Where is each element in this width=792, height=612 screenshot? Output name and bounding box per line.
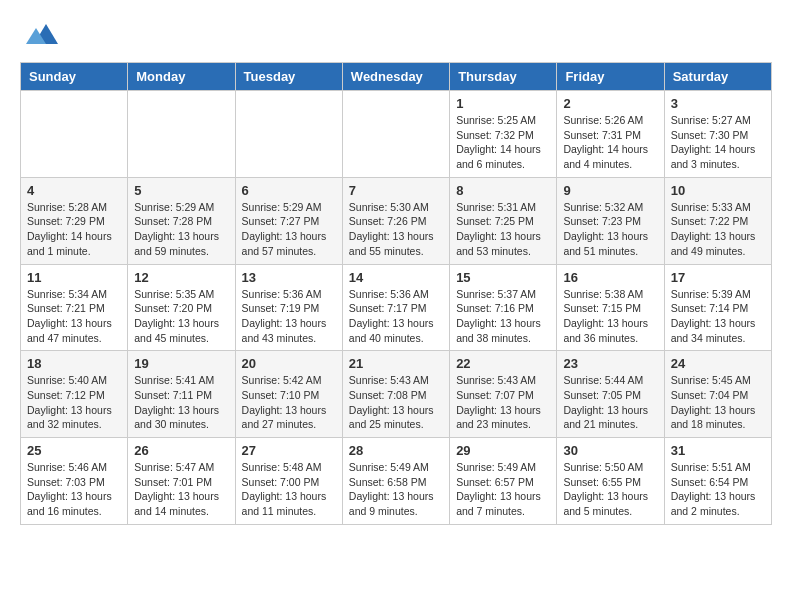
day-number: 1 [456, 96, 550, 111]
day-info: Sunrise: 5:35 AM Sunset: 7:20 PM Dayligh… [134, 287, 228, 346]
day-number: 5 [134, 183, 228, 198]
day-info: Sunrise: 5:43 AM Sunset: 7:08 PM Dayligh… [349, 373, 443, 432]
weekday-header-monday: Monday [128, 63, 235, 91]
calendar-cell: 28Sunrise: 5:49 AM Sunset: 6:58 PM Dayli… [342, 438, 449, 525]
day-number: 24 [671, 356, 765, 371]
weekday-header-wednesday: Wednesday [342, 63, 449, 91]
day-info: Sunrise: 5:28 AM Sunset: 7:29 PM Dayligh… [27, 200, 121, 259]
day-number: 21 [349, 356, 443, 371]
calendar-cell: 4Sunrise: 5:28 AM Sunset: 7:29 PM Daylig… [21, 177, 128, 264]
calendar-week-5: 25Sunrise: 5:46 AM Sunset: 7:03 PM Dayli… [21, 438, 772, 525]
calendar-cell: 20Sunrise: 5:42 AM Sunset: 7:10 PM Dayli… [235, 351, 342, 438]
calendar-week-4: 18Sunrise: 5:40 AM Sunset: 7:12 PM Dayli… [21, 351, 772, 438]
logo [20, 20, 58, 52]
day-number: 10 [671, 183, 765, 198]
calendar-cell: 18Sunrise: 5:40 AM Sunset: 7:12 PM Dayli… [21, 351, 128, 438]
day-number: 28 [349, 443, 443, 458]
day-info: Sunrise: 5:41 AM Sunset: 7:11 PM Dayligh… [134, 373, 228, 432]
calendar-cell: 22Sunrise: 5:43 AM Sunset: 7:07 PM Dayli… [450, 351, 557, 438]
calendar-cell: 15Sunrise: 5:37 AM Sunset: 7:16 PM Dayli… [450, 264, 557, 351]
calendar-cell: 19Sunrise: 5:41 AM Sunset: 7:11 PM Dayli… [128, 351, 235, 438]
day-number: 7 [349, 183, 443, 198]
day-number: 26 [134, 443, 228, 458]
calendar-cell: 26Sunrise: 5:47 AM Sunset: 7:01 PM Dayli… [128, 438, 235, 525]
calendar-cell: 6Sunrise: 5:29 AM Sunset: 7:27 PM Daylig… [235, 177, 342, 264]
day-number: 27 [242, 443, 336, 458]
day-info: Sunrise: 5:36 AM Sunset: 7:19 PM Dayligh… [242, 287, 336, 346]
page-header [20, 20, 772, 52]
logo-icon [26, 20, 58, 52]
day-number: 30 [563, 443, 657, 458]
day-info: Sunrise: 5:34 AM Sunset: 7:21 PM Dayligh… [27, 287, 121, 346]
day-info: Sunrise: 5:25 AM Sunset: 7:32 PM Dayligh… [456, 113, 550, 172]
day-info: Sunrise: 5:31 AM Sunset: 7:25 PM Dayligh… [456, 200, 550, 259]
calendar-cell: 31Sunrise: 5:51 AM Sunset: 6:54 PM Dayli… [664, 438, 771, 525]
day-number: 12 [134, 270, 228, 285]
weekday-header-friday: Friday [557, 63, 664, 91]
day-info: Sunrise: 5:51 AM Sunset: 6:54 PM Dayligh… [671, 460, 765, 519]
calendar-cell: 21Sunrise: 5:43 AM Sunset: 7:08 PM Dayli… [342, 351, 449, 438]
calendar-cell: 27Sunrise: 5:48 AM Sunset: 7:00 PM Dayli… [235, 438, 342, 525]
day-info: Sunrise: 5:49 AM Sunset: 6:57 PM Dayligh… [456, 460, 550, 519]
day-number: 9 [563, 183, 657, 198]
day-info: Sunrise: 5:49 AM Sunset: 6:58 PM Dayligh… [349, 460, 443, 519]
day-info: Sunrise: 5:45 AM Sunset: 7:04 PM Dayligh… [671, 373, 765, 432]
calendar-week-3: 11Sunrise: 5:34 AM Sunset: 7:21 PM Dayli… [21, 264, 772, 351]
weekday-header-saturday: Saturday [664, 63, 771, 91]
day-info: Sunrise: 5:50 AM Sunset: 6:55 PM Dayligh… [563, 460, 657, 519]
calendar-cell: 11Sunrise: 5:34 AM Sunset: 7:21 PM Dayli… [21, 264, 128, 351]
calendar-cell: 12Sunrise: 5:35 AM Sunset: 7:20 PM Dayli… [128, 264, 235, 351]
weekday-header-tuesday: Tuesday [235, 63, 342, 91]
calendar-cell: 16Sunrise: 5:38 AM Sunset: 7:15 PM Dayli… [557, 264, 664, 351]
day-number: 31 [671, 443, 765, 458]
day-number: 17 [671, 270, 765, 285]
day-info: Sunrise: 5:36 AM Sunset: 7:17 PM Dayligh… [349, 287, 443, 346]
weekday-header-sunday: Sunday [21, 63, 128, 91]
day-number: 14 [349, 270, 443, 285]
calendar-cell: 13Sunrise: 5:36 AM Sunset: 7:19 PM Dayli… [235, 264, 342, 351]
day-number: 2 [563, 96, 657, 111]
day-number: 4 [27, 183, 121, 198]
day-number: 3 [671, 96, 765, 111]
day-info: Sunrise: 5:43 AM Sunset: 7:07 PM Dayligh… [456, 373, 550, 432]
calendar-cell [128, 91, 235, 178]
calendar-cell [342, 91, 449, 178]
day-number: 22 [456, 356, 550, 371]
calendar-cell: 3Sunrise: 5:27 AM Sunset: 7:30 PM Daylig… [664, 91, 771, 178]
calendar-cell: 7Sunrise: 5:30 AM Sunset: 7:26 PM Daylig… [342, 177, 449, 264]
calendar-cell: 30Sunrise: 5:50 AM Sunset: 6:55 PM Dayli… [557, 438, 664, 525]
day-number: 25 [27, 443, 121, 458]
calendar-cell: 2Sunrise: 5:26 AM Sunset: 7:31 PM Daylig… [557, 91, 664, 178]
day-info: Sunrise: 5:38 AM Sunset: 7:15 PM Dayligh… [563, 287, 657, 346]
calendar-cell: 8Sunrise: 5:31 AM Sunset: 7:25 PM Daylig… [450, 177, 557, 264]
calendar-cell [21, 91, 128, 178]
day-info: Sunrise: 5:47 AM Sunset: 7:01 PM Dayligh… [134, 460, 228, 519]
weekday-header-row: SundayMondayTuesdayWednesdayThursdayFrid… [21, 63, 772, 91]
day-info: Sunrise: 5:37 AM Sunset: 7:16 PM Dayligh… [456, 287, 550, 346]
calendar-cell: 14Sunrise: 5:36 AM Sunset: 7:17 PM Dayli… [342, 264, 449, 351]
calendar-cell: 17Sunrise: 5:39 AM Sunset: 7:14 PM Dayli… [664, 264, 771, 351]
day-number: 13 [242, 270, 336, 285]
calendar-cell: 9Sunrise: 5:32 AM Sunset: 7:23 PM Daylig… [557, 177, 664, 264]
calendar-week-1: 1Sunrise: 5:25 AM Sunset: 7:32 PM Daylig… [21, 91, 772, 178]
calendar-week-2: 4Sunrise: 5:28 AM Sunset: 7:29 PM Daylig… [21, 177, 772, 264]
calendar-cell: 24Sunrise: 5:45 AM Sunset: 7:04 PM Dayli… [664, 351, 771, 438]
calendar-cell: 5Sunrise: 5:29 AM Sunset: 7:28 PM Daylig… [128, 177, 235, 264]
day-info: Sunrise: 5:26 AM Sunset: 7:31 PM Dayligh… [563, 113, 657, 172]
day-info: Sunrise: 5:46 AM Sunset: 7:03 PM Dayligh… [27, 460, 121, 519]
day-info: Sunrise: 5:40 AM Sunset: 7:12 PM Dayligh… [27, 373, 121, 432]
day-info: Sunrise: 5:29 AM Sunset: 7:27 PM Dayligh… [242, 200, 336, 259]
day-number: 15 [456, 270, 550, 285]
day-number: 8 [456, 183, 550, 198]
day-info: Sunrise: 5:48 AM Sunset: 7:00 PM Dayligh… [242, 460, 336, 519]
day-info: Sunrise: 5:42 AM Sunset: 7:10 PM Dayligh… [242, 373, 336, 432]
calendar-cell [235, 91, 342, 178]
calendar-cell: 1Sunrise: 5:25 AM Sunset: 7:32 PM Daylig… [450, 91, 557, 178]
day-info: Sunrise: 5:32 AM Sunset: 7:23 PM Dayligh… [563, 200, 657, 259]
calendar-cell: 10Sunrise: 5:33 AM Sunset: 7:22 PM Dayli… [664, 177, 771, 264]
day-info: Sunrise: 5:27 AM Sunset: 7:30 PM Dayligh… [671, 113, 765, 172]
calendar-cell: 23Sunrise: 5:44 AM Sunset: 7:05 PM Dayli… [557, 351, 664, 438]
day-info: Sunrise: 5:44 AM Sunset: 7:05 PM Dayligh… [563, 373, 657, 432]
day-number: 29 [456, 443, 550, 458]
day-number: 23 [563, 356, 657, 371]
